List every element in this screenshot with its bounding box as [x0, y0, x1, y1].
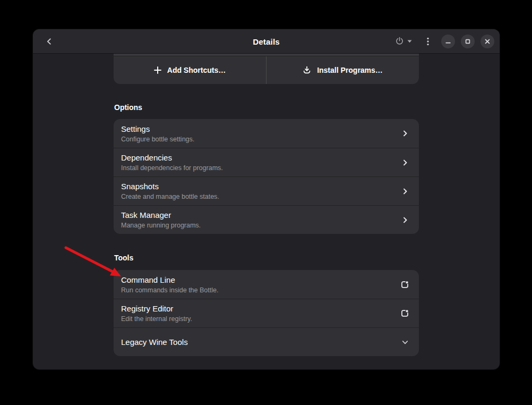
- install-programs-button[interactable]: Install Programs…: [267, 56, 419, 84]
- task-manager-row[interactable]: Task Manager Manage running programs.: [114, 205, 419, 234]
- install-programs-label: Install Programs…: [317, 66, 383, 74]
- header-bar: Details: [33, 29, 500, 54]
- row-title: Snapshots: [121, 181, 401, 191]
- registry-editor-row[interactable]: Registry Editor Edit the internal regist…: [114, 299, 419, 327]
- external-link-icon: [400, 309, 409, 318]
- row-title: Legacy Wine Tools: [121, 337, 401, 347]
- row-subtitle: Create and manage bottle states.: [121, 192, 401, 201]
- menu-vertical-dots-icon: [427, 37, 429, 46]
- options-card: Settings Configure bottle settings. Depe…: [114, 119, 419, 234]
- go-next-icon: [401, 129, 409, 138]
- go-next-icon: [401, 187, 409, 196]
- minimize-icon: [445, 38, 451, 45]
- power-icon: [395, 37, 404, 46]
- download-icon: [303, 66, 311, 74]
- add-shortcuts-button[interactable]: Add Shortcuts…: [114, 56, 267, 84]
- row-subtitle: Install dependencies for programs.: [121, 164, 401, 172]
- header-actions: [391, 33, 494, 49]
- go-previous-icon: [45, 37, 54, 46]
- chevron-down-icon: [401, 338, 409, 347]
- dependencies-row[interactable]: Dependencies Install dependencies for pr…: [114, 148, 419, 176]
- row-title: Task Manager: [121, 210, 401, 220]
- maximize-button[interactable]: [461, 35, 475, 48]
- shortcuts-card: Add Shortcuts… Install Programs…: [114, 54, 419, 84]
- close-button[interactable]: [480, 35, 494, 48]
- command-line-row[interactable]: Command Line Run commands inside the Bot…: [114, 270, 419, 299]
- external-link-icon: [400, 280, 409, 289]
- row-subtitle: Run commands inside the Bottle.: [121, 286, 400, 294]
- scroll-area[interactable]: Add Shortcuts… Install Programs… Options: [33, 54, 500, 369]
- snapshots-row[interactable]: Snapshots Create and manage bottle state…: [114, 176, 419, 205]
- row-subtitle: Configure bottle settings.: [121, 135, 401, 144]
- tools-section-label: Tools: [114, 253, 419, 263]
- plus-icon: [154, 66, 161, 74]
- row-subtitle: Manage running programs.: [121, 221, 401, 230]
- row-title: Dependencies: [121, 153, 401, 163]
- add-shortcuts-label: Add Shortcuts…: [167, 66, 226, 74]
- legacy-wine-tools-row[interactable]: Legacy Wine Tools: [114, 327, 419, 356]
- app-window: Details: [33, 29, 500, 369]
- tools-card: Command Line Run commands inside the Bot…: [114, 270, 419, 356]
- options-section-label: Options: [114, 103, 419, 112]
- go-next-icon: [401, 158, 409, 167]
- close-icon: [484, 38, 491, 45]
- maximize-icon: [465, 38, 471, 45]
- page-title: Details: [253, 37, 280, 46]
- row-title: Settings: [121, 124, 401, 134]
- go-next-icon: [401, 216, 409, 224]
- menu-button[interactable]: [421, 34, 435, 49]
- minimize-button[interactable]: [441, 35, 455, 48]
- row-title: Registry Editor: [121, 303, 400, 314]
- row-title: Command Line: [121, 275, 400, 285]
- settings-row[interactable]: Settings Configure bottle settings.: [114, 119, 419, 148]
- power-options-button[interactable]: [391, 33, 416, 49]
- caret-down-icon: [407, 40, 412, 43]
- row-subtitle: Edit the internal registry.: [121, 315, 400, 323]
- back-button[interactable]: [40, 32, 58, 50]
